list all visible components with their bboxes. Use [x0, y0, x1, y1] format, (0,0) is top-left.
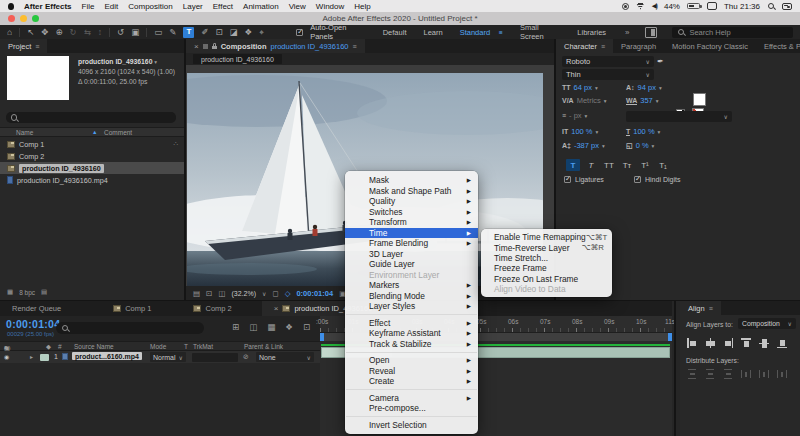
column-source-name[interactable]: Source Name	[74, 343, 114, 350]
screen-record-icon[interactable]	[622, 3, 629, 10]
faux-bold-toggle[interactable]: T	[566, 159, 580, 171]
column-name[interactable]: Name	[16, 129, 33, 136]
column-hash[interactable]: #	[58, 343, 62, 350]
menu-item-layer-styles[interactable]: Layer Styles▶	[345, 301, 478, 312]
distribute-bottom-button[interactable]	[723, 369, 733, 379]
menu-item-reveal[interactable]: Reveal▶	[345, 366, 478, 377]
tracking-value[interactable]: 357	[640, 96, 653, 105]
tab-project[interactable]: Project ≡	[0, 39, 47, 53]
project-color-depth[interactable]: 8 bpc	[19, 289, 35, 296]
menu-item-effect[interactable]: Effect▶	[345, 318, 478, 329]
subscript-toggle[interactable]: T₁	[656, 159, 670, 171]
menu-item-switches[interactable]: Switches▶	[345, 207, 478, 218]
align-bottom-button[interactable]	[777, 338, 787, 348]
brush-tool-icon[interactable]: ✐	[201, 28, 208, 37]
pen-tool-icon[interactable]: ✎	[169, 28, 176, 37]
column-parent-link[interactable]: Parent & Link	[244, 343, 283, 350]
motion-blur-icon[interactable]: ❖	[285, 322, 293, 332]
layer-name[interactable]: product...6160.mp4	[72, 352, 142, 360]
wifi-icon[interactable]	[636, 3, 645, 10]
tab-composition[interactable]: × Composition production ID_4936160 ≡	[186, 39, 365, 53]
hand-tool-icon[interactable]: ✥	[41, 28, 48, 37]
share-screen-icon[interactable]	[645, 27, 658, 38]
footage-name[interactable]: production ID_4936160	[78, 58, 152, 65]
align-center-horizontal-button[interactable]	[705, 338, 715, 348]
distribute-top-button[interactable]	[687, 369, 697, 379]
align-left-button[interactable]	[687, 338, 697, 348]
work-area-start-handle[interactable]	[320, 333, 324, 341]
menubar-item-app[interactable]: After Effects	[24, 2, 72, 11]
close-window-button[interactable]	[8, 15, 15, 22]
graph-editor-icon[interactable]: ⊡	[303, 322, 310, 332]
tab-character[interactable]: Character ≡	[556, 39, 613, 53]
all-caps-toggle[interactable]: TT	[602, 159, 616, 171]
menubar-item-animation[interactable]: Animation	[243, 2, 279, 11]
project-item-production-mp4[interactable]: production ID_4936160.mp4	[0, 174, 184, 186]
menu-item-track-stabilize[interactable]: Track & Stabilize▶	[345, 339, 478, 350]
timeline-search-input[interactable]	[72, 324, 199, 333]
vertical-scale-value[interactable]: 100 %	[571, 127, 592, 136]
stroke-style-select[interactable]: ∨	[626, 111, 732, 122]
dropdown-arrow-icon[interactable]: ▾	[595, 85, 598, 91]
menu-item-invert-selection[interactable]: Invert Selection	[345, 420, 478, 431]
panel-menu-icon[interactable]: ≡	[709, 305, 713, 312]
menu-item-guide-layer[interactable]: Guide Layer	[345, 259, 478, 270]
eyedropper-icon[interactable]: ✒	[657, 57, 664, 66]
layer-visibility-icon[interactable]: ◉	[4, 353, 9, 360]
draft-3d-icon[interactable]: ◫	[249, 322, 257, 332]
align-top-button[interactable]	[741, 338, 751, 348]
workspace-menu-icon[interactable]: ≡	[499, 29, 503, 36]
menubar-item-composition[interactable]: Composition	[128, 2, 172, 11]
menubar-item-file[interactable]: File	[82, 2, 95, 11]
superscript-toggle[interactable]: T¹	[638, 159, 652, 171]
flowchart-icon[interactable]: ▤	[193, 289, 200, 298]
layer-row[interactable]: ◉ ▸ 1 product...6160.mp4 Normal ∨ ⊘ None…	[0, 351, 320, 363]
ligatures-checkbox[interactable]	[564, 176, 571, 183]
project-search-box[interactable]	[6, 112, 176, 123]
font-style-select[interactable]: Thin ∨	[562, 69, 654, 80]
menu-item-blending-mode[interactable]: Blending Mode▶	[345, 291, 478, 302]
menubar-clock[interactable]: Thu 21:36	[724, 2, 760, 11]
menubar-item-edit[interactable]: Edit	[104, 2, 118, 11]
menu-item-3d-layer[interactable]: 3D Layer	[345, 249, 478, 260]
tab-render-queue[interactable]: Render Queue	[0, 301, 73, 316]
menu-item-open[interactable]: Open▶	[345, 355, 478, 366]
tsume-value[interactable]: 0 %	[636, 141, 649, 150]
menu-item-keyframe-assistant[interactable]: Keyframe Assistant▶	[345, 328, 478, 339]
rotation-tool-icon[interactable]: ↺	[117, 28, 124, 37]
menubar-item-help[interactable]: Help	[354, 2, 370, 11]
leading-value[interactable]: 94 px	[638, 83, 656, 92]
layer-label-color[interactable]	[40, 354, 49, 361]
frame-blending-icon[interactable]: ▦	[267, 322, 275, 332]
font-family-select[interactable]: Roboto ∨	[562, 56, 654, 67]
distribute-left-button[interactable]	[741, 369, 751, 379]
column-trkmat[interactable]: TrkMat	[193, 343, 213, 350]
monitor-icon[interactable]: ⊡	[206, 289, 212, 298]
dropdown-arrow-icon[interactable]: ▾	[604, 98, 607, 104]
submenu-item-freeze-frame[interactable]: Freeze Frame	[481, 263, 612, 273]
menu-item-time[interactable]: Time▶	[345, 228, 478, 239]
tab-comp1[interactable]: Comp 1	[101, 301, 163, 316]
distribute-horizontal-center-button[interactable]	[759, 369, 769, 379]
dropdown-arrow-icon[interactable]: ▾	[658, 129, 661, 135]
column-comment[interactable]: Comment	[104, 129, 132, 136]
align-center-vertical-button[interactable]	[759, 338, 769, 348]
workspace-overflow-icon[interactable]: »	[625, 28, 629, 37]
kerning-value[interactable]: Metrics	[577, 96, 601, 105]
tab-comp2[interactable]: Comp 2	[181, 301, 243, 316]
zoom-tool-icon[interactable]: ⊕	[55, 28, 62, 37]
dropdown-arrow-icon[interactable]: ▾	[585, 113, 588, 119]
align-to-select[interactable]: Composition ∨	[738, 318, 796, 329]
label-column-icon[interactable]: ◆	[46, 343, 51, 351]
submenu-item-freeze-on-last-frame[interactable]: Freeze On Last Frame	[481, 274, 612, 284]
work-area-end-handle[interactable]	[668, 333, 672, 341]
selection-tool-icon[interactable]: ↖	[27, 28, 34, 37]
fill-color-swatch[interactable]	[693, 93, 706, 106]
hindi-digits-checkbox[interactable]	[634, 176, 641, 183]
timeline-search-box[interactable]	[56, 322, 204, 334]
camera-tool-icon[interactable]: ▣	[131, 28, 139, 37]
interpret-footage-icon[interactable]: ▦	[7, 288, 13, 296]
column-t[interactable]: T	[184, 343, 188, 350]
puppet-pin-tool-icon[interactable]: ⌖	[259, 28, 264, 37]
comp-current-time[interactable]: 0:00:01:04	[296, 289, 333, 298]
